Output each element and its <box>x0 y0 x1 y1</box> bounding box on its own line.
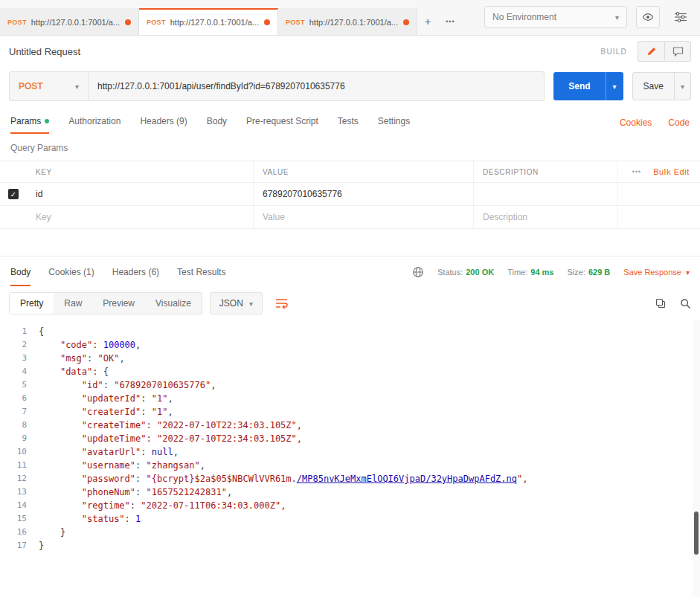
code-line: 1{ <box>9 325 700 338</box>
copy-response-button[interactable] <box>655 297 667 309</box>
size-badge: Size: 629 B <box>567 268 610 277</box>
environment-quick-look-button[interactable] <box>636 6 660 28</box>
tab-options-button[interactable]: ••• <box>438 8 462 35</box>
param-key-input[interactable] <box>36 189 244 199</box>
comments-button[interactable] <box>664 41 691 62</box>
code-line: 13 "phoneNum": "1657521242831", <box>9 485 700 499</box>
view-visualize-button[interactable]: Visualize <box>145 293 202 314</box>
tab-title: http://127.0.0.1:7001/a... <box>170 18 260 27</box>
new-param-key-input[interactable] <box>36 212 244 222</box>
request-tab-3[interactable]: POST http://127.0.0.1:7001/a... <box>278 8 417 35</box>
cookies-link[interactable]: Cookies <box>620 117 652 128</box>
line-number: 10 <box>9 445 39 459</box>
table-row: ✓ <box>0 183 700 206</box>
method-badge: POST <box>286 19 305 26</box>
response-tab-cookies[interactable]: Cookies (1) <box>48 258 94 286</box>
method-selector[interactable]: POST ▾ <box>10 72 89 100</box>
request-tab-1[interactable]: POST http://127.0.0.1:7001/a... <box>0 8 139 35</box>
eye-icon <box>642 11 654 23</box>
chevron-down-icon: ▾ <box>615 13 619 22</box>
time-badge: Time: 94 ms <box>507 268 553 277</box>
line-number: 14 <box>9 499 39 512</box>
request-tab-2-active[interactable]: POST http://127.0.0.1:7001/a... <box>139 8 278 35</box>
language-selector[interactable]: JSON ▾ <box>210 292 263 314</box>
line-number: 9 <box>9 432 39 445</box>
workspace-settings-button[interactable] <box>669 6 693 28</box>
response-scrollbar-track[interactable] <box>693 320 700 597</box>
save-button[interactable]: Save <box>633 73 674 100</box>
line-number: 13 <box>9 485 39 499</box>
code-line: 11 "username": "zhangsan", <box>9 459 700 472</box>
column-header-key: KEY <box>27 161 253 182</box>
size-value: 629 B <box>588 268 610 277</box>
code-line: 2 "code": 100000, <box>9 338 700 352</box>
language-label: JSON <box>219 298 243 309</box>
line-number: 2 <box>9 338 39 352</box>
new-tab-button[interactable]: + <box>417 8 438 35</box>
code-line: 10 "avatarUrl": null, <box>9 445 700 459</box>
params-active-dot-icon <box>45 119 49 123</box>
url-input[interactable] <box>89 72 544 100</box>
edit-request-button[interactable] <box>638 41 664 62</box>
line-number: 8 <box>9 419 39 432</box>
search-icon <box>680 298 691 309</box>
view-raw-button[interactable]: Raw <box>54 293 92 314</box>
line-number: 1 <box>9 325 39 338</box>
tab-body[interactable]: Body <box>207 112 227 134</box>
line-number: 3 <box>9 352 39 365</box>
param-value-input[interactable] <box>263 189 464 199</box>
unsaved-dot-icon <box>264 19 270 25</box>
response-scrollbar-thumb[interactable] <box>694 512 699 555</box>
response-toolbar: Pretty Raw Preview Visualize JSON ▾ <box>0 288 700 319</box>
tab-pre-request-script[interactable]: Pre-request Script <box>246 112 318 134</box>
send-options-button[interactable]: ▾ <box>606 72 623 100</box>
line-number: 6 <box>9 392 39 405</box>
comment-icon <box>672 46 684 57</box>
chevron-down-icon: ▾ <box>75 83 79 91</box>
table-row-empty <box>0 206 700 229</box>
response-tab-body[interactable]: Body <box>10 258 30 286</box>
environment-label: No Environment <box>492 12 556 22</box>
tab-headers[interactable]: Headers (9) <box>140 112 187 134</box>
view-pretty-button[interactable]: Pretty <box>10 293 54 314</box>
tab-authorization[interactable]: Authorization <box>68 112 121 134</box>
line-number: 16 <box>9 526 39 539</box>
column-header-value: VALUE <box>253 161 473 182</box>
param-checkbox-checked[interactable]: ✓ <box>8 189 19 199</box>
code-line: 12 "password": "{bcrypt}$2a$05$NBCWlVVR6… <box>9 472 700 485</box>
line-number: 15 <box>9 512 39 526</box>
code-line: 17} <box>9 539 700 552</box>
tab-settings[interactable]: Settings <box>378 112 410 134</box>
new-param-description-input[interactable] <box>483 212 609 222</box>
response-tab-test-results[interactable]: Test Results <box>177 258 225 286</box>
network-globe-icon[interactable] <box>412 266 424 278</box>
param-description-input[interactable] <box>483 189 609 199</box>
line-number: 12 <box>9 472 39 485</box>
status-badge: Status: 200 OK <box>437 268 494 277</box>
tab-tests[interactable]: Tests <box>338 112 359 134</box>
sliders-icon <box>674 11 687 23</box>
environment-selector[interactable]: No Environment ▾ <box>484 6 627 28</box>
table-header-row: KEY VALUE DESCRIPTION ••• Bulk Edit <box>0 161 700 183</box>
check-icon: ✓ <box>10 190 16 199</box>
request-title: Untitled Request <box>9 46 80 57</box>
bulk-edit-link[interactable]: Bulk Edit <box>653 167 690 176</box>
send-button[interactable]: Send <box>553 72 605 100</box>
code-editor[interactable]: 1{2 "code": 100000,3 "msg": "OK",4 "data… <box>0 319 700 552</box>
wrap-lines-button[interactable] <box>274 297 289 309</box>
save-options-button[interactable]: ▾ <box>674 73 690 100</box>
code-link[interactable]: Code <box>668 117 690 128</box>
save-response-button[interactable]: Save Response ▾ <box>623 268 690 277</box>
new-param-value-input[interactable] <box>263 212 464 222</box>
view-preview-button[interactable]: Preview <box>92 293 145 314</box>
column-options-button[interactable]: ••• <box>632 168 641 175</box>
code-line: 14 "regtime": "2022-07-11T06:34:03.000Z"… <box>9 499 700 512</box>
tab-params[interactable]: Params <box>10 112 49 134</box>
line-number: 11 <box>9 459 39 472</box>
code-line: 4 "data": { <box>9 365 700 378</box>
search-response-button[interactable] <box>680 298 691 309</box>
wrap-text-icon <box>274 297 289 309</box>
response-tab-headers[interactable]: Headers (6) <box>112 258 159 286</box>
time-value: 94 ms <box>530 268 553 277</box>
line-number: 7 <box>9 405 39 419</box>
